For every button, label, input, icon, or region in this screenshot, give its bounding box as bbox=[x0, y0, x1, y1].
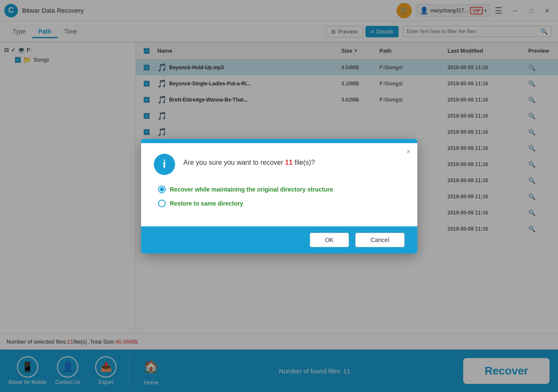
info-icon: i bbox=[154, 154, 175, 175]
modal-options: Recover while maintaining the original d… bbox=[158, 186, 405, 207]
question-suffix: file(s)? bbox=[293, 159, 315, 166]
ok-button[interactable]: OK bbox=[310, 233, 349, 247]
modal-question: i Are you sure you want to recover 11 fi… bbox=[154, 154, 405, 175]
radio-2[interactable] bbox=[158, 200, 166, 207]
modal-close-button[interactable]: × bbox=[406, 147, 411, 156]
modal-question-text: Are you sure you want to recover 11 file… bbox=[184, 154, 315, 166]
modal-header bbox=[141, 139, 417, 143]
modal-file-count: 11 bbox=[285, 159, 293, 166]
radio-option-2[interactable]: Restore to same directory bbox=[158, 200, 405, 207]
question-prefix: Are you sure you want to recover bbox=[184, 159, 285, 166]
confirm-dialog: × i Are you sure you want to recover 11 … bbox=[141, 139, 417, 254]
cancel-button[interactable]: Cancel bbox=[355, 233, 405, 247]
radio-1-label: Recover while maintaining the original d… bbox=[170, 186, 333, 193]
modal-overlay: × i Are you sure you want to recover 11 … bbox=[0, 0, 558, 392]
radio-2-label: Restore to same directory bbox=[170, 200, 244, 207]
radio-option-1[interactable]: Recover while maintaining the original d… bbox=[158, 186, 405, 193]
modal-footer: OK Cancel bbox=[141, 226, 417, 254]
radio-1[interactable] bbox=[158, 186, 166, 193]
modal-body: × i Are you sure you want to recover 11 … bbox=[141, 143, 417, 226]
